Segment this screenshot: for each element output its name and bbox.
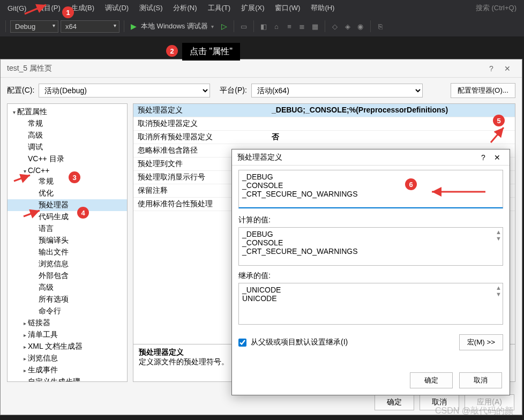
config-label: 配置(C): — [7, 86, 34, 95]
menu-help[interactable]: 帮助(H) — [305, 1, 340, 15]
menu-extensions[interactable]: 扩展(X) — [236, 1, 270, 15]
arrow-5 — [488, 124, 509, 146]
tree-item[interactable]: 浏览信息 — [8, 258, 127, 270]
tool-icon-7[interactable]: ◇ — [330, 21, 340, 32]
platform-dropdown[interactable]: x64 — [61, 20, 119, 33]
tree-item[interactable]: 语言 — [8, 223, 127, 235]
menu-analyze[interactable]: 分析(N) — [168, 1, 202, 15]
search-input[interactable]: 搜索 (Ctrl+Q) — [470, 2, 522, 14]
property-tree[interactable]: ▾配置属性常规高级调试VC++ 目录▾C/C++常规优化预处理器代码生成语言预编… — [7, 103, 128, 382]
dialog-title: test_5 属性页 — [7, 64, 52, 73]
arrow-6 — [429, 186, 488, 197]
config-row: 配置(C): 活动(Debug) 平台(P): 活动(x64) 配置管理器(O)… — [1, 78, 522, 103]
tree-item[interactable]: ▸浏览信息 — [8, 352, 127, 364]
tree-item[interactable]: 外部包含 — [8, 270, 127, 282]
menubar: Git(G) 项目(P) 生成(B) 调试(D) 测试(S) 分析(N) 工具(… — [0, 0, 524, 16]
tree-item[interactable]: 高级 — [8, 282, 127, 294]
editor-cancel-button[interactable]: 取消 — [459, 372, 502, 388]
tool-icon-2[interactable]: ◧ — [258, 21, 269, 32]
svg-line-1 — [14, 175, 30, 181]
marker-1: 1 — [62, 6, 74, 18]
dialog-titlebar: test_5 属性页 ? ✕ — [1, 59, 522, 78]
tree-item[interactable]: 常规 — [8, 118, 127, 130]
tree-item[interactable]: 优化 — [8, 188, 127, 199]
marker-4: 4 — [77, 207, 89, 219]
editor-titlebar: 预处理器定义 ? ✕ — [232, 149, 510, 166]
tree-item[interactable]: VC++ 目录 — [8, 153, 127, 165]
tool-icon-5[interactable]: ≣ — [297, 21, 308, 32]
platform-label: 平台(P): — [220, 86, 247, 95]
tool-icon-3[interactable]: ⌂ — [271, 21, 282, 32]
tool-icon-6[interactable]: ▦ — [310, 21, 320, 32]
tree-item[interactable]: 预编译头 — [8, 235, 127, 246]
inherited-listbox: _UNICODE UNICODE▲▼ — [238, 283, 503, 325]
marker-6: 6 — [405, 178, 417, 190]
platform-select[interactable]: 活动(x64) — [251, 84, 423, 98]
menu-window[interactable]: 窗口(W) — [270, 1, 305, 15]
arrow-1 — [24, 2, 50, 16]
help-button[interactable]: ? — [483, 64, 499, 73]
editor-ok-button[interactable]: 确定 — [410, 372, 453, 388]
watermark: CSDN @敲代码的颜 — [435, 406, 513, 417]
tool-icon-8[interactable]: ◈ — [342, 21, 353, 32]
computed-label: 计算的值: — [238, 215, 503, 225]
marker-3: 3 — [69, 171, 80, 183]
tree-item[interactable]: ▸生成事件 — [8, 364, 127, 376]
grid-row[interactable]: 取消所有预处理器定义否 — [133, 131, 515, 144]
menu-test[interactable]: 测试(S) — [134, 1, 168, 15]
ok-button[interactable]: 确定 — [375, 394, 414, 410]
menu-tools[interactable]: 工具(T) — [203, 1, 236, 15]
tree-item[interactable]: ▸链接器 — [8, 317, 127, 329]
chevron-down-icon[interactable]: ▾ — [210, 24, 215, 29]
editor-close-button[interactable]: ✕ — [490, 153, 504, 162]
marker-5: 5 — [493, 115, 505, 126]
tree-item[interactable]: ▸XML 文档生成器 — [8, 341, 127, 352]
tree-item[interactable]: 调试 — [8, 141, 127, 153]
debugger-label[interactable]: 本地 Windows 调试器 — [141, 21, 208, 31]
tree-item[interactable]: ▸清单工具 — [8, 329, 127, 341]
tool-icon-9[interactable]: ◉ — [355, 21, 366, 32]
inherited-label: 继承的值: — [238, 271, 503, 281]
svg-line-2 — [24, 211, 40, 216]
tree-item[interactable]: 命令行 — [8, 305, 127, 317]
arrow-3 — [13, 172, 34, 183]
tool-icon-1[interactable]: ▭ — [238, 21, 249, 32]
macro-button[interactable]: 宏(M) >> — [459, 334, 503, 350]
toolbar: Debug x64 ▶ 本地 Windows 调试器 ▾ ▷ ▭ ◧ ⌂ ≡ ≣… — [0, 16, 524, 36]
tree-item[interactable]: 高级 — [8, 130, 127, 141]
play-icon[interactable]: ▶ — [129, 22, 139, 31]
tree-item[interactable]: 所有选项 — [8, 294, 127, 305]
arrow-4 — [23, 208, 44, 219]
inherit-label: 从父级或项目默认设置继承(I) — [251, 338, 348, 347]
close-button[interactable]: ✕ — [499, 64, 515, 73]
config-select[interactable]: 活动(Debug) — [39, 84, 210, 98]
grid-row[interactable]: 预处理器定义_DEBUG;_CONSOLE;%(PreprocessorDefi… — [133, 104, 515, 117]
editor-title: 预处理器定义 — [237, 153, 282, 162]
tree-item[interactable]: 输出文件 — [8, 246, 127, 258]
annotation-tooltip: 点击 "属性" — [182, 43, 240, 61]
tree-item[interactable]: ▸自定义生成步骤 — [8, 376, 127, 382]
svg-line-3 — [491, 128, 504, 142]
config-dropdown[interactable]: Debug — [10, 20, 58, 33]
tool-icon-4[interactable]: ≡ — [284, 21, 295, 32]
play-outline-icon[interactable]: ▷ — [219, 22, 229, 31]
computed-listbox: _DEBUG _CONSOLE _CRT_SECURE_NO_WARNINGS▲… — [238, 227, 503, 266]
svg-line-0 — [25, 5, 46, 14]
menu-debug[interactable]: 调试(D) — [100, 1, 134, 15]
tool-icon-10[interactable]: ⎘ — [375, 21, 386, 32]
tree-item[interactable]: ▾配置属性 — [8, 106, 127, 118]
grid-row[interactable]: 取消预处理器定义 — [133, 117, 515, 131]
inherit-checkbox[interactable] — [238, 339, 246, 347]
editor-dialog: 预处理器定义 ? ✕ 计算的值: _DEBUG _CONSOLE _CRT_SE… — [231, 149, 510, 395]
marker-2: 2 — [166, 45, 178, 57]
config-manager-button[interactable]: 配置管理器(O)... — [451, 83, 515, 98]
editor-help-button[interactable]: ? — [476, 153, 490, 162]
